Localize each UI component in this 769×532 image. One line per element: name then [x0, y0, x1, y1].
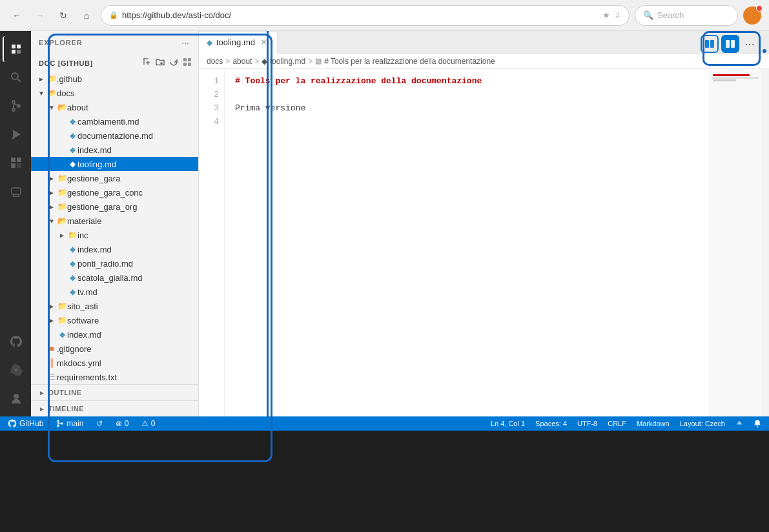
status-encoding[interactable]: UTF-8	[575, 420, 600, 427]
status-language[interactable]: Markdown	[634, 420, 672, 427]
activity-bar	[0, 31, 31, 416]
tab-tooling[interactable]: ◆ tooling.md ✕	[199, 31, 278, 54]
sidebar-more-button[interactable]: ···	[180, 36, 190, 49]
back-button[interactable]: ←	[8, 6, 26, 25]
breadcrumb-about[interactable]: about	[232, 57, 252, 66]
tree-item-about[interactable]: ▼ 📂 about	[31, 100, 198, 114]
status-position[interactable]: Ln 4, Col 1	[488, 420, 528, 427]
tree-item-index3[interactable]: ◆ index.md	[31, 327, 198, 342]
status-github[interactable]: GitHub	[5, 416, 46, 431]
doc-section-header: DOC [GITHUB]	[31, 54, 198, 72]
refresh-button[interactable]: ↻	[54, 6, 72, 25]
activity-run[interactable]	[3, 121, 28, 147]
status-notifications[interactable]	[751, 420, 764, 427]
tab-close-button[interactable]: ✕	[259, 37, 269, 48]
refresh-button[interactable]	[168, 56, 179, 70]
search-bar[interactable]: 🔍 Search	[635, 5, 738, 26]
activity-remote[interactable]	[3, 178, 28, 204]
folder-arrow: ►	[46, 175, 57, 182]
status-remote[interactable]	[733, 420, 746, 427]
tree-item-tooling[interactable]: ◆ tooling.md	[31, 157, 198, 171]
folder-icon: 📂	[46, 88, 57, 97]
folder-arrow: ►	[46, 317, 57, 324]
tree-item-ponti-radio[interactable]: ◆ ponti_radio.md	[31, 256, 198, 271]
doc-section-title: DOC [GITHUB]	[39, 59, 93, 67]
status-encoding-label: UTF-8	[577, 420, 597, 427]
tree-item-sito-asti[interactable]: ► 📁 sito_asti	[31, 299, 198, 313]
tree-item-mkdocs[interactable]: ║ mkdocs.yml	[31, 356, 198, 370]
activity-settings[interactable]	[3, 357, 28, 383]
tree-item-documentazione[interactable]: ◆ documentazione.md	[31, 128, 198, 143]
tree-item-gitignore[interactable]: ■ .gitignore	[31, 342, 198, 356]
line-num-2: 2	[199, 88, 219, 101]
tab-highlight-wrapper	[763, 49, 766, 53]
tree-label: scatola_gialla.md	[77, 273, 193, 283]
split-editor-button[interactable]	[701, 35, 719, 53]
tree-item-software[interactable]: ► 📁 software	[31, 313, 198, 327]
tree-label: inc	[77, 230, 193, 240]
outline-header[interactable]: ► OUTLINE	[31, 385, 198, 400]
svg-rect-1	[17, 45, 21, 48]
sidebar: EXPLORER ··· DOC [GITHUB]	[31, 31, 199, 416]
tree-item-inc[interactable]: ► 📁 inc	[31, 228, 198, 242]
line-num-1: 1	[199, 74, 219, 88]
tree-label: tv.md	[77, 287, 193, 297]
svg-rect-2	[12, 50, 15, 54]
editor-scrollbar[interactable]	[761, 69, 769, 416]
status-warnings[interactable]: ⚠ 0	[139, 416, 158, 431]
tree-item-gestione-gara-org[interactable]: ► 📁 gestione_gara_org	[31, 200, 198, 214]
file-tree: ► 📁 .github ▼ 📂 docs ▼	[31, 72, 198, 384]
activity-account[interactable]	[3, 385, 28, 411]
folder-arrow: ►	[46, 303, 57, 310]
tree-item-index2[interactable]: ◆ index.md	[31, 242, 198, 256]
tree-item-github[interactable]: ► 📁 .github	[31, 72, 198, 86]
tab-file-icon: ◆	[207, 38, 212, 47]
tree-item-cambiamenti[interactable]: ◆ cambiamenti.md	[31, 114, 198, 128]
tree-label: index.md	[77, 245, 193, 254]
split-editor-right-button[interactable]	[721, 35, 739, 53]
tree-label: index.md	[77, 145, 193, 155]
tree-label: docs	[57, 88, 193, 98]
breadcrumb-docs[interactable]: docs	[207, 57, 223, 66]
status-sync[interactable]: ↺	[94, 416, 105, 431]
tab-bar-more-button[interactable]: ⋯	[742, 36, 757, 53]
svg-point-37	[57, 420, 59, 422]
new-folder-button[interactable]	[154, 56, 166, 70]
home-button[interactable]: ⌂	[77, 6, 96, 25]
activity-explorer[interactable]	[3, 36, 28, 62]
tree-item-tv[interactable]: ◆ tv.md	[31, 285, 198, 299]
activity-source-control[interactable]	[3, 93, 28, 119]
activity-search[interactable]	[3, 65, 28, 90]
activity-github[interactable]	[3, 329, 28, 354]
tree-item-docs[interactable]: ▼ 📂 docs	[31, 86, 198, 100]
status-spaces[interactable]: Spaces: 4	[533, 420, 569, 427]
tree-item-gestione-gara[interactable]: ► 📁 gestione_gara	[31, 171, 198, 185]
editor-text[interactable]: # Tools per la realizzazione della docum…	[225, 69, 710, 416]
status-layout[interactable]: Layout: Czech	[677, 420, 728, 427]
new-file-button[interactable]	[141, 56, 152, 70]
tree-item-gestione-gara-conc[interactable]: ► 📁 gestione_gara_conc	[31, 185, 198, 200]
tab-label: tooling.md	[216, 37, 255, 47]
timeline-header[interactable]: ► TIMELINE	[31, 401, 198, 416]
tree-item-requirements[interactable]: ☰ requirements.txt	[31, 370, 198, 384]
tree-item-materiale[interactable]: ▼ 📂 materiale	[31, 214, 198, 228]
address-bar[interactable]: 🔒 https://github.dev/asti-co/doc/ ★ ⇩	[101, 5, 630, 26]
code-line-1: # Tools per la realizzazione della docum…	[235, 74, 699, 88]
activity-extensions[interactable]	[3, 150, 28, 176]
status-bar: GitHub main ↺ ⊗ 0 ⚠ 0 Ln 4, Col 1	[0, 416, 769, 431]
breadcrumb-heading[interactable]: # Tools per la realizzazione della docum…	[324, 57, 495, 66]
sidebar-header-actions: ···	[180, 36, 190, 49]
collapse-all-button[interactable]	[181, 56, 193, 70]
status-branch[interactable]: main	[54, 416, 86, 431]
status-errors[interactable]: ⊗ 0	[113, 416, 131, 431]
tree-item-index1[interactable]: ◆ index.md	[31, 143, 198, 157]
tree-item-scatola-gialla[interactable]: ◆ scatola_gialla.md	[31, 271, 198, 285]
code-line-4	[235, 115, 699, 128]
profile-button[interactable]	[743, 6, 761, 25]
tree-label: about	[67, 103, 193, 112]
status-line-ending[interactable]: CRLF	[605, 420, 629, 427]
minimap-heading-line	[713, 74, 750, 76]
timeline-arrow: ►	[39, 405, 45, 413]
forward-button[interactable]: →	[31, 6, 49, 25]
breadcrumb-tooling[interactable]: ◆ tooling.md	[261, 57, 305, 66]
